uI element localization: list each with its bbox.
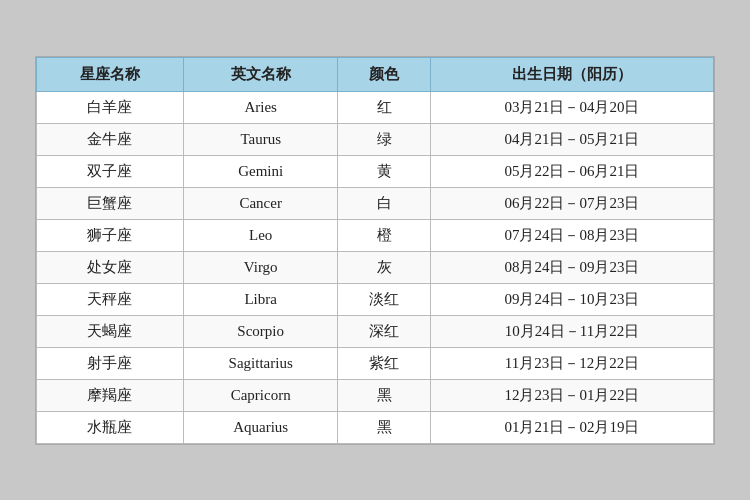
- cell-dates: 08月24日－09月23日: [430, 251, 713, 283]
- cell-dates: 04月21日－05月21日: [430, 123, 713, 155]
- cell-chinese-name: 水瓶座: [37, 411, 184, 443]
- cell-english-name: Taurus: [183, 123, 338, 155]
- cell-chinese-name: 狮子座: [37, 219, 184, 251]
- cell-color: 黑: [338, 411, 431, 443]
- header-dates: 出生日期（阳历）: [430, 57, 713, 91]
- cell-english-name: Aries: [183, 91, 338, 123]
- cell-chinese-name: 双子座: [37, 155, 184, 187]
- cell-dates: 11月23日－12月22日: [430, 347, 713, 379]
- table-row: 白羊座Aries红03月21日－04月20日: [37, 91, 714, 123]
- table-row: 射手座Sagittarius紫红11月23日－12月22日: [37, 347, 714, 379]
- cell-color: 白: [338, 187, 431, 219]
- table-row: 天蝎座Scorpio深红10月24日－11月22日: [37, 315, 714, 347]
- cell-color: 黄: [338, 155, 431, 187]
- cell-chinese-name: 白羊座: [37, 91, 184, 123]
- cell-english-name: Scorpio: [183, 315, 338, 347]
- cell-dates: 03月21日－04月20日: [430, 91, 713, 123]
- header-chinese-name: 星座名称: [37, 57, 184, 91]
- cell-dates: 05月22日－06月21日: [430, 155, 713, 187]
- cell-chinese-name: 巨蟹座: [37, 187, 184, 219]
- table-row: 狮子座Leo橙07月24日－08月23日: [37, 219, 714, 251]
- cell-dates: 10月24日－11月22日: [430, 315, 713, 347]
- cell-chinese-name: 金牛座: [37, 123, 184, 155]
- cell-english-name: Cancer: [183, 187, 338, 219]
- header-english-name: 英文名称: [183, 57, 338, 91]
- cell-english-name: Aquarius: [183, 411, 338, 443]
- cell-color: 绿: [338, 123, 431, 155]
- cell-dates: 07月24日－08月23日: [430, 219, 713, 251]
- zodiac-table: 星座名称 英文名称 颜色 出生日期（阳历） 白羊座Aries红03月21日－04…: [35, 56, 715, 445]
- cell-color: 黑: [338, 379, 431, 411]
- cell-color: 紫红: [338, 347, 431, 379]
- cell-color: 灰: [338, 251, 431, 283]
- cell-dates: 12月23日－01月22日: [430, 379, 713, 411]
- cell-english-name: Sagittarius: [183, 347, 338, 379]
- table-row: 水瓶座Aquarius黑01月21日－02月19日: [37, 411, 714, 443]
- table-row: 处女座Virgo灰08月24日－09月23日: [37, 251, 714, 283]
- cell-dates: 01月21日－02月19日: [430, 411, 713, 443]
- cell-english-name: Gemini: [183, 155, 338, 187]
- cell-english-name: Leo: [183, 219, 338, 251]
- cell-dates: 06月22日－07月23日: [430, 187, 713, 219]
- cell-dates: 09月24日－10月23日: [430, 283, 713, 315]
- table-row: 金牛座Taurus绿04月21日－05月21日: [37, 123, 714, 155]
- cell-english-name: Virgo: [183, 251, 338, 283]
- cell-english-name: Capricorn: [183, 379, 338, 411]
- cell-chinese-name: 天秤座: [37, 283, 184, 315]
- header-color: 颜色: [338, 57, 431, 91]
- cell-chinese-name: 射手座: [37, 347, 184, 379]
- cell-chinese-name: 天蝎座: [37, 315, 184, 347]
- table-row: 双子座Gemini黄05月22日－06月21日: [37, 155, 714, 187]
- cell-chinese-name: 处女座: [37, 251, 184, 283]
- table-row: 巨蟹座Cancer白06月22日－07月23日: [37, 187, 714, 219]
- table-row: 天秤座Libra淡红09月24日－10月23日: [37, 283, 714, 315]
- cell-color: 深红: [338, 315, 431, 347]
- cell-color: 红: [338, 91, 431, 123]
- cell-color: 淡红: [338, 283, 431, 315]
- table-header-row: 星座名称 英文名称 颜色 出生日期（阳历）: [37, 57, 714, 91]
- cell-color: 橙: [338, 219, 431, 251]
- table-row: 摩羯座Capricorn黑12月23日－01月22日: [37, 379, 714, 411]
- cell-chinese-name: 摩羯座: [37, 379, 184, 411]
- cell-english-name: Libra: [183, 283, 338, 315]
